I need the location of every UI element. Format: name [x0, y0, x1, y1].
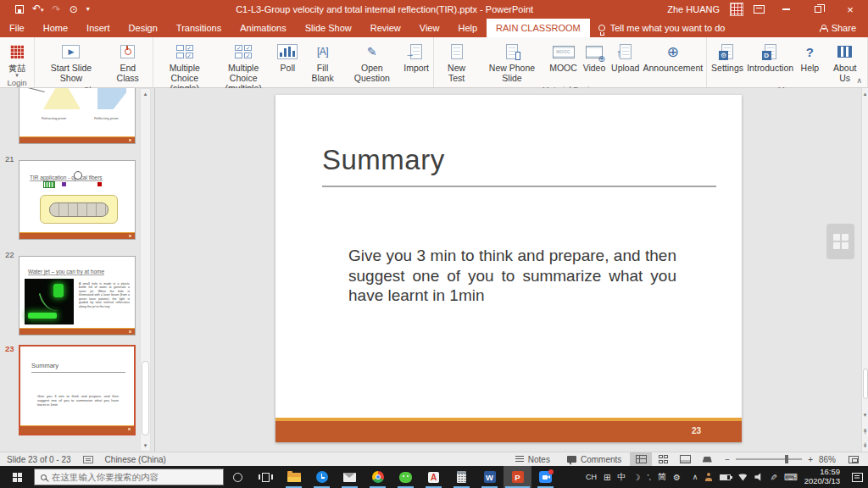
new-test-button[interactable]: New Test	[437, 39, 476, 84]
thumbnail-slide-22[interactable]: Water jet – you can try at home A small …	[19, 256, 136, 336]
thumbnail-slide-23-selected[interactable]: Summary Give you 3 min to think and prep…	[19, 345, 136, 435]
scrollbar-thumb[interactable]	[863, 369, 868, 399]
taskbar-chrome[interactable]	[364, 466, 392, 488]
tell-me-box[interactable]: Tell me what you want to do	[590, 19, 734, 37]
ime-settings-gear-icon[interactable]: ⚙	[673, 473, 681, 482]
touch-keyboard-icon[interactable]: ⌨	[784, 472, 798, 483]
start-button[interactable]	[0, 466, 34, 488]
collapse-ribbon-icon[interactable]: ∧	[856, 76, 862, 85]
tray-person-icon[interactable]	[704, 473, 713, 481]
minimize-button[interactable]	[775, 1, 797, 18]
taskbar-powerpoint-active[interactable]: P	[504, 466, 531, 488]
taskbar-file-explorer[interactable]	[280, 466, 308, 488]
ime-simplified-indicator[interactable]: 简	[658, 471, 666, 483]
undo-icon[interactable]: ↶▾	[32, 3, 44, 15]
scrollbar-thumb[interactable]	[142, 361, 149, 435]
clock-datetime[interactable]: 16:59 2020/3/13	[804, 468, 840, 486]
slide-body-text[interactable]: Give you 3 min to think and prepare, and…	[348, 246, 676, 306]
taskbar-cortana-button[interactable]	[224, 466, 252, 488]
taskbar-acrobat[interactable]: A	[420, 466, 448, 488]
open-question-button[interactable]: ✎ Open Question	[343, 39, 401, 84]
introduction-button[interactable]: D Introduction	[746, 39, 795, 74]
previous-slide-icon[interactable]: ↟	[862, 428, 868, 436]
announcement-button[interactable]: ⊕ Announcement	[642, 39, 704, 74]
close-button[interactable]: ×	[839, 1, 861, 18]
zoom-percentage[interactable]: 86%	[819, 455, 836, 464]
zoom-slider-handle[interactable]	[785, 455, 788, 463]
settings-button[interactable]: ⚙ Settings	[709, 39, 745, 74]
view-slideshow-button[interactable]	[696, 452, 718, 467]
action-center-icon[interactable]	[852, 473, 863, 482]
customize-qat-icon[interactable]: ▾	[86, 4, 90, 14]
scroll-up-icon[interactable]: ▴	[862, 90, 868, 98]
save-icon[interactable]	[15, 5, 24, 14]
comments-toggle[interactable]: Comments	[559, 452, 630, 467]
scroll-up-icon[interactable]: ▴	[141, 90, 150, 98]
wifi-icon[interactable]	[737, 474, 748, 481]
scroll-down-icon[interactable]: ▾	[862, 411, 868, 419]
slide-title-text[interactable]: Summary	[322, 144, 445, 176]
spellcheck-icon[interactable]	[83, 456, 93, 463]
thumbnail-panel-scrollbar[interactable]: ▴ ▾	[140, 88, 151, 452]
taskbar-clock-app[interactable]	[308, 466, 336, 488]
zoom-slider[interactable]	[736, 458, 802, 460]
login-user-button[interactable]: 黄喆 ▾	[3, 39, 31, 77]
fill-blank-button[interactable]: [A] Fill Blank	[303, 39, 342, 84]
search-input[interactable]	[52, 472, 204, 482]
mooc-button[interactable]: MOOC MOOC	[548, 39, 579, 74]
ime-chinese-mode[interactable]: 中	[617, 471, 626, 483]
taskbar-meeting-app[interactable]	[531, 466, 559, 488]
restore-button[interactable]	[807, 1, 829, 18]
tab-review[interactable]: Review	[361, 19, 410, 37]
ribbon-display-options-icon[interactable]	[754, 5, 765, 14]
floating-grid-widget[interactable]	[826, 224, 854, 259]
import-button[interactable]: → Import	[402, 39, 431, 74]
language-indicator[interactable]: Chinese (China)	[105, 455, 166, 464]
slide-editor[interactable]: Summary Give you 3 min to think and prep…	[275, 95, 742, 442]
account-avatar-seal[interactable]	[730, 3, 743, 16]
tab-file[interactable]: File	[0, 19, 34, 37]
help-button[interactable]: ? Help	[795, 39, 824, 74]
tab-slideshow[interactable]: Slide Show	[296, 19, 361, 37]
scroll-down-icon[interactable]: ▾	[141, 441, 150, 450]
vertical-scrollbar[interactable]: ▴ ▾ ↟ ↡	[861, 88, 868, 452]
start-slideshow-button[interactable]: ▶ Start Slide Show	[37, 39, 105, 84]
touch-mouse-mode-icon[interactable]: ⊙	[70, 4, 78, 14]
tab-rain-classroom[interactable]: RAIN CLASSROOM	[487, 19, 590, 37]
tab-design[interactable]: Design	[120, 19, 167, 37]
zoom-in-button[interactable]: +	[808, 455, 813, 464]
taskbar-mail-app[interactable]	[336, 466, 364, 488]
battery-icon[interactable]	[720, 474, 731, 480]
tab-insert[interactable]: Insert	[77, 19, 120, 37]
ime-fullwidth-icon[interactable]: ☽	[632, 473, 640, 482]
fit-slide-to-window-button[interactable]	[843, 452, 865, 467]
notes-toggle[interactable]: Notes	[507, 452, 559, 467]
tab-animations[interactable]: Animations	[231, 19, 295, 37]
upload-button[interactable]: ↑ Upload	[609, 39, 641, 74]
zoom-out-button[interactable]: −	[725, 455, 730, 464]
taskbar-task-view-button[interactable]	[252, 466, 280, 488]
share-button[interactable]: Share	[820, 19, 868, 37]
volume-icon[interactable]	[754, 473, 763, 481]
view-slide-sorter-button[interactable]	[652, 452, 674, 467]
tab-home[interactable]: Home	[34, 19, 77, 37]
thumbnail-slide-21[interactable]: TIR application - optical fibers	[19, 160, 136, 240]
taskbar-calculator[interactable]	[448, 466, 476, 488]
taskbar-search-box[interactable]	[34, 469, 224, 485]
poll-button[interactable]: Poll	[273, 39, 302, 74]
taskbar-wechat[interactable]	[392, 466, 420, 488]
taskbar-word[interactable]: W	[476, 466, 504, 488]
thumbnail-slide-20-partial[interactable]: Refracting prism Reflecting prism	[19, 88, 136, 144]
pen-icon[interactable]: ✎	[769, 474, 778, 480]
tab-help[interactable]: Help	[448, 19, 487, 37]
multiple-choice-single-button[interactable]: ✓✓ Multiple Choice (single)	[156, 39, 214, 93]
next-slide-icon[interactable]: ↡	[862, 441, 868, 450]
account-name[interactable]: Zhe HUANG	[667, 4, 720, 14]
view-normal-button[interactable]	[630, 452, 652, 467]
new-phone-slide-button[interactable]: New Phone Slide	[477, 39, 547, 84]
view-reading-button[interactable]	[674, 452, 696, 467]
ime-grid-icon[interactable]: ⊞	[604, 473, 610, 482]
end-class-button[interactable]: End Class	[106, 39, 150, 84]
multiple-choice-multiple-button[interactable]: ✓✓✓ Multiple Choice (multiple)	[214, 39, 272, 93]
tab-transitions[interactable]: Transitions	[167, 19, 231, 37]
